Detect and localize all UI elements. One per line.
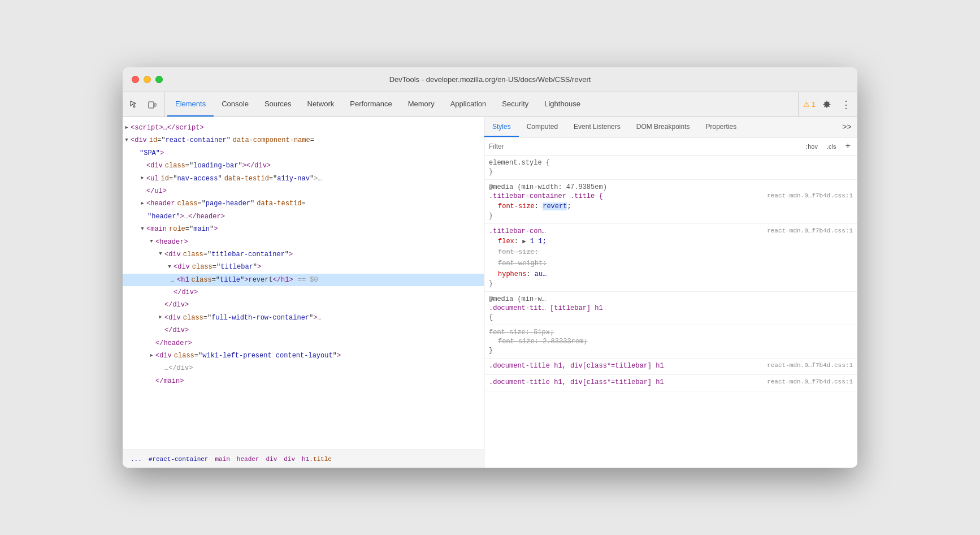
breadcrumb-main[interactable]: main — [213, 455, 232, 464]
dom-line[interactable]: <script>…</script> — [123, 122, 484, 134]
triangle-icon[interactable] — [123, 136, 131, 145]
style-property-strikethrough[interactable]: font-size: — [489, 247, 853, 258]
settings-button[interactable] — [819, 97, 835, 113]
triangle-icon[interactable] — [148, 238, 155, 246]
dom-line[interactable]: "SPA"> — [123, 147, 484, 159]
style-rule-titlebar-con: .titlebar-con… react-mdn.0…f7b4d.css:1 f… — [484, 224, 857, 292]
devtools-toolbar: Elements Console Sources Network Perform… — [123, 92, 857, 117]
toolbar-right: ⚠ 1 ⋮ — [798, 92, 854, 117]
breadcrumb-ellipsis[interactable]: ... — [128, 455, 144, 464]
breadcrumb-div1[interactable]: div — [263, 455, 279, 464]
media-query: @media (min-w… — [489, 295, 853, 303]
triangle-icon[interactable] — [138, 174, 146, 183]
breadcrumb-react-container[interactable]: #react-container — [146, 455, 211, 464]
dom-line[interactable]: </div> — [123, 299, 484, 311]
traffic-lights — [132, 76, 163, 83]
close-button[interactable] — [132, 76, 139, 83]
style-selector: font-size: 51px; — [489, 329, 853, 336]
breadcrumb-h1-title[interactable]: h1.title — [300, 455, 334, 464]
triangle-icon[interactable] — [157, 250, 164, 258]
dom-tree[interactable]: <script>…</script> <div id="react-contai… — [123, 117, 484, 450]
dom-line[interactable]: <div class="loading-bar" ></div> — [123, 159, 484, 172]
dom-line[interactable]: "header">…</header> — [123, 210, 484, 223]
triangle-icon[interactable] — [166, 263, 174, 271]
dom-line[interactable]: <div id="react-container" data-component… — [123, 134, 484, 146]
tab-performance[interactable]: Performance — [342, 92, 400, 117]
tab-sources[interactable]: Sources — [257, 92, 300, 117]
style-property-strikethrough[interactable]: font-weight: — [489, 258, 853, 269]
style-property[interactable]: font-size: revert; — [489, 201, 853, 212]
dom-line[interactable]: </header> — [123, 337, 484, 350]
dom-line[interactable]: </ul> — [123, 185, 484, 197]
warning-icon: ⚠ — [803, 100, 810, 109]
warning-badge: ⚠ 1 — [803, 100, 816, 109]
dom-line[interactable]: </main> — [123, 375, 484, 387]
breadcrumb-div2[interactable]: div — [281, 455, 297, 464]
tab-styles[interactable]: Styles — [484, 117, 519, 137]
more-button[interactable]: ⋮ — [838, 97, 854, 113]
style-property[interactable]: flex: ▶ 1 1; — [489, 236, 853, 247]
style-selector-2: font-size: 2.83333rem; — [489, 338, 853, 346]
style-source[interactable]: react-mdn.0…f7b4d.css:1 — [767, 378, 853, 385]
devtools-main: <script>…</script> <div id="react-contai… — [123, 117, 857, 468]
device-toolbar-button[interactable] — [144, 97, 160, 113]
tab-network[interactable]: Network — [300, 92, 342, 117]
dom-line[interactable]: <div class="full-width-row-container" >… — [123, 312, 484, 324]
dom-line[interactable]: </div> — [123, 286, 484, 299]
style-source[interactable]: react-mdn.0…f7b4d.css:1 — [767, 227, 853, 234]
style-close-brace: } — [489, 212, 853, 220]
triangle-icon[interactable] — [138, 200, 146, 208]
style-rule-media-document: @media (min-w… .document-tit… [titlebar]… — [484, 292, 857, 325]
styles-content[interactable]: element.style { } @media (min-width: 47.… — [484, 156, 857, 468]
dom-line[interactable]: </div> — [123, 324, 484, 336]
filter-bar: :hov .cls + — [484, 137, 857, 156]
dom-line[interactable]: <div class="titlebar" > — [123, 261, 484, 273]
dom-line[interactable]: …</div> — [123, 362, 484, 374]
dom-line[interactable]: <div class="titlebar-container" > — [123, 248, 484, 261]
tab-lighthouse[interactable]: Lighthouse — [536, 92, 588, 117]
style-rule-element: element.style { } — [484, 156, 857, 180]
style-close-brace: } — [489, 280, 853, 288]
style-selector: .document-title h1, div[class*=titlebar]… — [489, 378, 853, 386]
breadcrumb-header[interactable]: header — [235, 455, 262, 464]
style-source[interactable]: react-mdn.0…f7b4d.css:1 — [767, 192, 853, 199]
style-close-brace: } — [489, 347, 853, 355]
tab-security[interactable]: Security — [494, 92, 536, 117]
style-source[interactable]: react-mdn.0…f7b4d.css:1 — [767, 362, 853, 369]
minimize-button[interactable] — [144, 76, 151, 83]
filter-hov-button[interactable]: :hov — [804, 142, 820, 151]
tab-properties[interactable]: Properties — [697, 117, 744, 137]
dom-line[interactable]: <header class="page-header" data-testid= — [123, 197, 484, 210]
style-rule-document-title-3: .document-title h1, div[class*=titlebar]… — [484, 375, 857, 391]
maximize-button[interactable] — [155, 76, 163, 83]
svg-rect-0 — [149, 102, 154, 108]
tab-application[interactable]: Application — [443, 92, 495, 117]
tab-console[interactable]: Console — [214, 92, 257, 117]
styles-tab-more[interactable]: >> — [836, 117, 857, 137]
selected-dom-line[interactable]: … <h1 class="title" >revert</h1> == $0 — [123, 274, 484, 286]
triangle-icon[interactable] — [157, 313, 164, 322]
style-close-brace: } — [489, 168, 853, 176]
dom-line[interactable]: <main role="main" > — [123, 223, 484, 235]
triangle-icon[interactable] — [138, 225, 146, 234]
devtools-window: DevTools - developer.mozilla.org/en-US/d… — [123, 67, 857, 468]
tab-computed[interactable]: Computed — [519, 117, 566, 137]
filter-cls-button[interactable]: .cls — [825, 142, 839, 151]
media-query: @media (min-width: 47.9385em) — [489, 183, 853, 191]
style-property[interactable]: hyphens: au… — [489, 269, 853, 280]
dom-line[interactable]: <div class="wiki-left-present content-la… — [123, 350, 484, 362]
filter-input[interactable] — [489, 143, 804, 150]
style-rule-document-title-2: .document-title h1, div[class*=titlebar]… — [484, 359, 857, 375]
dom-line[interactable]: <header> — [123, 236, 484, 248]
style-selector: .document-tit… [titlebar] h1 — [489, 304, 853, 312]
tab-elements[interactable]: Elements — [167, 92, 214, 117]
tab-memory[interactable]: Memory — [400, 92, 443, 117]
triangle-icon[interactable] — [148, 352, 155, 360]
triangle-icon[interactable] — [123, 124, 131, 132]
tab-event-listeners[interactable]: Event Listeners — [566, 117, 628, 137]
tab-dom-breakpoints[interactable]: DOM Breakpoints — [628, 117, 698, 137]
window-title: DevTools - developer.mozilla.org/en-US/d… — [389, 75, 591, 84]
dom-line[interactable]: <ul id="nav-access" data-testid="a11y-na… — [123, 172, 484, 185]
inspect-element-button[interactable] — [126, 97, 142, 113]
add-style-button[interactable]: + — [843, 141, 853, 152]
